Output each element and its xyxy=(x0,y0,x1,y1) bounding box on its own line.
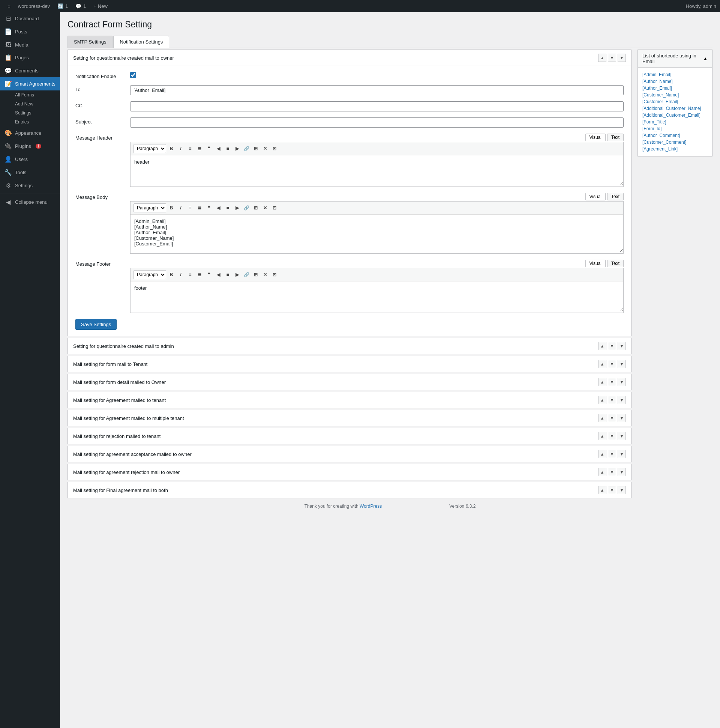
sidebar-item-entries[interactable]: Entries xyxy=(12,118,60,127)
mce-align-right-btn-header[interactable]: ▶ xyxy=(233,144,241,153)
to-input[interactable] xyxy=(130,85,624,95)
mce-align-center-btn-body[interactable]: ■ xyxy=(224,204,232,212)
mce-ol-btn-footer[interactable]: ≣ xyxy=(195,271,204,279)
accordion-up-btn-detail[interactable]: ▲ xyxy=(598,378,606,386)
accordion-header-agreement-multiple-tenant[interactable]: Mail setting for Agreement mailed to mul… xyxy=(68,410,631,426)
mce-link-btn-header[interactable]: 🔗 xyxy=(242,144,250,153)
updates-bar[interactable]: 🔄 1 xyxy=(53,0,72,12)
accordion-down-btn-admin[interactable]: ▼ xyxy=(608,342,616,350)
accordion-down-btn-reject-owner[interactable]: ▼ xyxy=(608,468,616,476)
accordion-up-btn-admin[interactable]: ▲ xyxy=(598,342,606,350)
mce-ol-btn-body[interactable]: ≣ xyxy=(195,204,204,212)
accordion-up-btn-final[interactable]: ▲ xyxy=(598,486,606,494)
sidebar-item-plugins[interactable]: 🔌 Plugins 1 xyxy=(0,139,60,153)
shortcode-form-id[interactable]: [Form_Id] xyxy=(642,125,708,132)
accordion-up-btn-reject-owner[interactable]: ▲ xyxy=(598,468,606,476)
mce-link-btn-footer[interactable]: 🔗 xyxy=(242,271,250,279)
shortcode-author-email[interactable]: [Author_Email] xyxy=(642,85,708,92)
sidebar-item-dashboard[interactable]: ⊟ Dashboard xyxy=(0,12,60,25)
new-content-bar[interactable]: + New xyxy=(90,0,111,12)
accordion-collapse-btn-admin[interactable]: ▼ xyxy=(618,342,626,350)
message-body-textarea[interactable]: [Admin_Email] [Author_Name] [Author_Emai… xyxy=(131,215,623,252)
mce-align-center-btn-footer[interactable]: ■ xyxy=(224,271,232,279)
accordion-down-btn-accept[interactable]: ▼ xyxy=(608,450,616,458)
mce-align-left-btn-footer[interactable]: ◀ xyxy=(214,271,223,279)
message-body-text-tab[interactable]: Text xyxy=(607,193,624,200)
accordion-down-btn-final[interactable]: ▼ xyxy=(608,486,616,494)
mce-ol-btn-header[interactable]: ≣ xyxy=(195,144,204,153)
shortcode-customer-comment[interactable]: [Customer_Comment] xyxy=(642,139,708,145)
accordion-header-rejection-tenant[interactable]: Mail setting for rejection mailed to ten… xyxy=(68,428,631,444)
comments-bar[interactable]: 💬 1 xyxy=(72,0,90,12)
mce-link-btn-body[interactable]: 🔗 xyxy=(242,204,250,212)
mce-italic-btn-header[interactable]: I xyxy=(177,144,185,153)
shortcode-author-name[interactable]: [Author_Name] xyxy=(642,78,708,85)
shortcode-author-comment[interactable]: [Author_Comment] xyxy=(642,132,708,139)
accordion-collapse-btn-tenant[interactable]: ▼ xyxy=(618,360,626,368)
tab-smtp-settings[interactable]: SMTP Settings xyxy=(67,36,113,47)
accordion-up-btn-multi[interactable]: ▲ xyxy=(598,414,606,422)
mce-table-btn-header[interactable]: ⊞ xyxy=(252,144,260,153)
shortcode-customer-email[interactable]: [Customer_Email] xyxy=(642,98,708,105)
mce-fullscreen-btn-header[interactable]: ⊡ xyxy=(270,144,279,153)
accordion-up-btn-reject[interactable]: ▲ xyxy=(598,432,606,440)
shortcode-panel-collapse-btn[interactable]: ▲ xyxy=(703,56,708,61)
mce-align-center-btn-header[interactable]: ■ xyxy=(224,144,232,153)
cc-input[interactable] xyxy=(130,101,624,112)
mce-align-right-btn-body[interactable]: ▶ xyxy=(233,204,241,212)
message-footer-format-select[interactable]: Paragraph xyxy=(134,270,166,279)
accordion-collapse-btn-agr-tenant[interactable]: ▼ xyxy=(618,396,626,404)
mce-table-btn-body[interactable]: ⊞ xyxy=(252,204,260,212)
mce-remove-btn-footer[interactable]: ✕ xyxy=(261,271,269,279)
sidebar-item-settings-sub[interactable]: Settings xyxy=(12,109,60,118)
sidebar-item-all-forms[interactable]: All Forms xyxy=(12,90,60,99)
accordion-up-btn-tenant[interactable]: ▲ xyxy=(598,360,606,368)
accordion-down-btn-detail[interactable]: ▼ xyxy=(608,378,616,386)
sidebar-item-tools[interactable]: 🔧 Tools xyxy=(0,166,60,179)
notification-enable-checkbox[interactable] xyxy=(130,72,136,78)
wp-logo-bar[interactable]: ⌂ xyxy=(4,0,14,12)
accordion-header-rejection-owner[interactable]: Mail setting for agreement rejection mai… xyxy=(68,464,631,480)
accordion-collapse-btn-detail[interactable]: ▼ xyxy=(618,378,626,386)
accordion-header-form-mail-tenant[interactable]: Mail setting for form mail to Tenant ▲ ▼… xyxy=(68,356,631,372)
mce-align-left-btn-body[interactable]: ◀ xyxy=(214,204,223,212)
message-header-textarea[interactable]: header xyxy=(131,155,623,185)
subject-input[interactable] xyxy=(130,118,624,128)
mce-italic-btn-body[interactable]: I xyxy=(177,204,185,212)
mce-bold-btn-footer[interactable]: B xyxy=(167,271,175,279)
mce-ul-btn-header[interactable]: ≡ xyxy=(186,144,194,153)
tab-notification-settings[interactable]: Notification Settings xyxy=(113,36,169,48)
shortcode-additional-customer-email[interactable]: [Additional_Customer_Email] xyxy=(642,112,708,119)
accordion-down-btn-reject[interactable]: ▼ xyxy=(608,432,616,440)
message-body-format-select[interactable]: Paragraph xyxy=(134,203,166,213)
message-footer-textarea[interactable]: footer xyxy=(131,281,623,312)
mce-quote-btn-footer[interactable]: ❝ xyxy=(205,271,213,279)
accordion-header-admin-mail[interactable]: Setting for questionnaire created mail t… xyxy=(68,338,631,354)
mce-ul-btn-footer[interactable]: ≡ xyxy=(186,271,194,279)
sidebar-item-comments[interactable]: 💬 Comments xyxy=(0,64,60,77)
sidebar-item-users[interactable]: 👤 Users xyxy=(0,153,60,166)
sidebar-item-add-new[interactable]: Add New xyxy=(12,99,60,109)
sidebar-item-posts[interactable]: 📄 Posts xyxy=(0,25,60,38)
message-header-text-tab[interactable]: Text xyxy=(607,134,624,141)
accordion-collapse-btn-reject-owner[interactable]: ▼ xyxy=(618,468,626,476)
accordion-collapse-btn-reject[interactable]: ▼ xyxy=(618,432,626,440)
sidebar-item-smart-agreements[interactable]: 📝 Smart Agreements xyxy=(0,77,60,90)
mce-remove-btn-header[interactable]: ✕ xyxy=(261,144,269,153)
accordion-up-btn-accept[interactable]: ▲ xyxy=(598,450,606,458)
accordion-header-agreement-tenant[interactable]: Mail setting for Agreement mailed to ten… xyxy=(68,392,631,408)
accordion-collapse-btn-accept[interactable]: ▼ xyxy=(618,450,626,458)
accordion-down-btn-agr-tenant[interactable]: ▼ xyxy=(608,396,616,404)
message-header-format-select[interactable]: Paragraph xyxy=(134,144,166,153)
site-name-bar[interactable]: wordpress-dev xyxy=(14,0,53,12)
accordion-down-btn[interactable]: ▼ xyxy=(608,54,616,62)
mce-bold-btn-body[interactable]: B xyxy=(167,204,175,212)
accordion-up-btn[interactable]: ▲ xyxy=(598,54,606,62)
shortcode-admin-email[interactable]: [Admin_Email] xyxy=(642,71,708,78)
save-settings-button[interactable]: Save Settings xyxy=(75,319,117,330)
sidebar-item-appearance[interactable]: 🎨 Appearance xyxy=(0,127,60,139)
accordion-down-btn-tenant[interactable]: ▼ xyxy=(608,360,616,368)
sidebar-item-collapse[interactable]: ◀ Collapse menu xyxy=(0,196,60,209)
mce-remove-btn-body[interactable]: ✕ xyxy=(261,204,269,212)
accordion-header-acceptance-owner[interactable]: Mail setting for agreement acceptance ma… xyxy=(68,446,631,462)
